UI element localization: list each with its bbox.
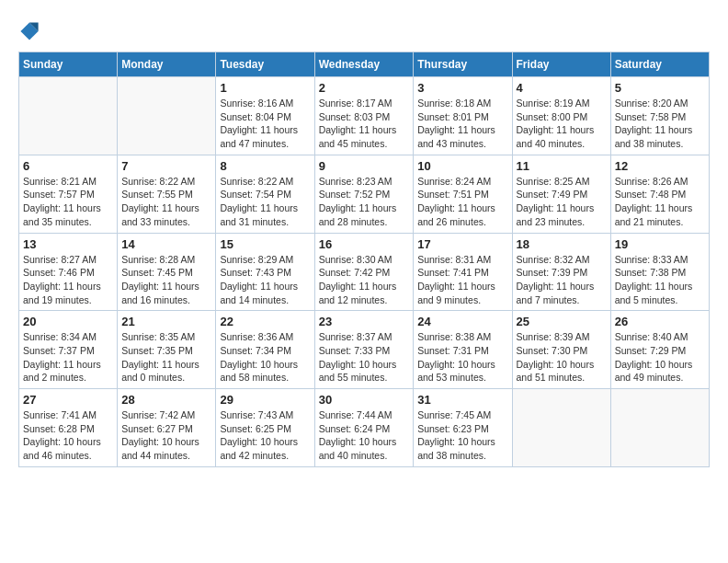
day-header-thursday: Thursday	[414, 52, 512, 77]
day-info: Sunrise: 8:21 AM Sunset: 7:57 PM Dayligh…	[23, 175, 113, 229]
day-info: Sunrise: 7:41 AM Sunset: 6:28 PM Dayligh…	[23, 408, 113, 463]
day-number: 3	[417, 81, 507, 95]
day-number: 10	[417, 159, 507, 173]
day-header-friday: Friday	[512, 52, 610, 77]
calendar-cell: 22Sunrise: 8:36 AM Sunset: 7:34 PM Dayli…	[216, 311, 314, 389]
day-number: 24	[417, 315, 507, 328]
calendar-cell: 23Sunrise: 8:37 AM Sunset: 7:33 PM Dayli…	[314, 311, 414, 389]
day-number: 6	[23, 159, 113, 173]
day-info: Sunrise: 8:29 AM Sunset: 7:43 PM Dayligh…	[220, 253, 310, 307]
day-number: 28	[121, 393, 211, 407]
day-header-tuesday: Tuesday	[216, 52, 314, 77]
day-info: Sunrise: 8:22 AM Sunset: 7:55 PM Dayligh…	[121, 175, 211, 229]
day-info: Sunrise: 7:43 AM Sunset: 6:25 PM Dayligh…	[220, 408, 310, 463]
day-info: Sunrise: 8:34 AM Sunset: 7:37 PM Dayligh…	[23, 330, 113, 385]
logo	[18, 18, 44, 42]
day-info: Sunrise: 8:32 AM Sunset: 7:39 PM Dayligh…	[517, 253, 607, 307]
day-info: Sunrise: 8:36 AM Sunset: 7:34 PM Dayligh…	[220, 330, 310, 385]
day-info: Sunrise: 8:26 AM Sunset: 7:48 PM Dayligh…	[615, 175, 705, 229]
day-info: Sunrise: 8:16 AM Sunset: 8:04 PM Dayligh…	[220, 97, 310, 151]
calendar-cell: 30Sunrise: 7:44 AM Sunset: 6:24 PM Dayli…	[314, 389, 414, 467]
day-number: 29	[220, 393, 310, 407]
calendar-cell: 8Sunrise: 8:22 AM Sunset: 7:54 PM Daylig…	[216, 155, 314, 233]
week-row-5: 27Sunrise: 7:41 AM Sunset: 6:28 PM Dayli…	[19, 389, 710, 467]
days-header-row: SundayMondayTuesdayWednesdayThursdayFrid…	[19, 52, 710, 77]
day-info: Sunrise: 8:30 AM Sunset: 7:42 PM Dayligh…	[319, 253, 410, 307]
day-info: Sunrise: 8:39 AM Sunset: 7:30 PM Dayligh…	[517, 330, 607, 385]
day-number: 12	[615, 159, 705, 173]
calendar-cell: 14Sunrise: 8:28 AM Sunset: 7:45 PM Dayli…	[118, 233, 216, 311]
day-header-wednesday: Wednesday	[314, 52, 414, 77]
day-info: Sunrise: 8:20 AM Sunset: 7:58 PM Dayligh…	[615, 97, 705, 151]
day-number: 15	[220, 237, 310, 251]
day-number: 8	[220, 159, 310, 173]
day-number: 7	[121, 159, 211, 173]
calendar-cell: 17Sunrise: 8:31 AM Sunset: 7:41 PM Dayli…	[414, 233, 512, 311]
day-number: 5	[615, 81, 705, 95]
page-header	[18, 18, 710, 42]
day-number: 26	[615, 315, 705, 328]
logo-icon	[18, 20, 40, 42]
calendar-cell: 6Sunrise: 8:21 AM Sunset: 7:57 PM Daylig…	[19, 155, 118, 233]
day-info: Sunrise: 8:24 AM Sunset: 7:51 PM Dayligh…	[417, 175, 507, 229]
day-header-monday: Monday	[118, 52, 216, 77]
day-info: Sunrise: 8:31 AM Sunset: 7:41 PM Dayligh…	[417, 253, 507, 307]
day-info: Sunrise: 7:45 AM Sunset: 6:23 PM Dayligh…	[417, 408, 507, 463]
day-number: 31	[417, 393, 507, 407]
calendar-cell: 28Sunrise: 7:42 AM Sunset: 6:27 PM Dayli…	[118, 389, 216, 467]
calendar-cell: 31Sunrise: 7:45 AM Sunset: 6:23 PM Dayli…	[414, 389, 512, 467]
day-info: Sunrise: 7:42 AM Sunset: 6:27 PM Dayligh…	[121, 408, 211, 463]
day-info: Sunrise: 8:35 AM Sunset: 7:35 PM Dayligh…	[121, 330, 211, 385]
day-info: Sunrise: 8:38 AM Sunset: 7:31 PM Dayligh…	[417, 330, 507, 385]
calendar-cell: 19Sunrise: 8:33 AM Sunset: 7:38 PM Dayli…	[610, 233, 709, 311]
calendar-cell: 25Sunrise: 8:39 AM Sunset: 7:30 PM Dayli…	[512, 311, 610, 389]
day-number: 4	[517, 81, 607, 95]
day-number: 30	[319, 393, 410, 407]
calendar-cell: 7Sunrise: 8:22 AM Sunset: 7:55 PM Daylig…	[118, 155, 216, 233]
calendar-cell: 24Sunrise: 8:38 AM Sunset: 7:31 PM Dayli…	[414, 311, 512, 389]
day-number: 20	[23, 315, 113, 328]
day-info: Sunrise: 8:28 AM Sunset: 7:45 PM Dayligh…	[121, 253, 211, 307]
week-row-4: 20Sunrise: 8:34 AM Sunset: 7:37 PM Dayli…	[19, 311, 710, 389]
day-info: Sunrise: 8:22 AM Sunset: 7:54 PM Dayligh…	[220, 175, 310, 229]
calendar-cell	[610, 389, 709, 467]
calendar-cell	[512, 389, 610, 467]
day-number: 25	[517, 315, 607, 328]
calendar-cell: 4Sunrise: 8:19 AM Sunset: 8:00 PM Daylig…	[512, 77, 610, 155]
day-header-saturday: Saturday	[610, 52, 709, 77]
day-number: 11	[517, 159, 607, 173]
day-info: Sunrise: 8:27 AM Sunset: 7:46 PM Dayligh…	[23, 253, 113, 307]
calendar-cell: 10Sunrise: 8:24 AM Sunset: 7:51 PM Dayli…	[414, 155, 512, 233]
calendar-cell	[19, 77, 118, 155]
week-row-3: 13Sunrise: 8:27 AM Sunset: 7:46 PM Dayli…	[19, 233, 710, 311]
day-info: Sunrise: 8:40 AM Sunset: 7:29 PM Dayligh…	[615, 330, 705, 385]
calendar-cell: 18Sunrise: 8:32 AM Sunset: 7:39 PM Dayli…	[512, 233, 610, 311]
day-info: Sunrise: 8:37 AM Sunset: 7:33 PM Dayligh…	[319, 330, 410, 385]
day-info: Sunrise: 8:23 AM Sunset: 7:52 PM Dayligh…	[319, 175, 410, 229]
calendar-table: SundayMondayTuesdayWednesdayThursdayFrid…	[18, 52, 710, 467]
week-row-1: 1Sunrise: 8:16 AM Sunset: 8:04 PM Daylig…	[19, 77, 710, 155]
day-info: Sunrise: 8:33 AM Sunset: 7:38 PM Dayligh…	[615, 253, 705, 307]
calendar-cell: 5Sunrise: 8:20 AM Sunset: 7:58 PM Daylig…	[610, 77, 709, 155]
calendar-cell: 15Sunrise: 8:29 AM Sunset: 7:43 PM Dayli…	[216, 233, 314, 311]
calendar-cell: 26Sunrise: 8:40 AM Sunset: 7:29 PM Dayli…	[610, 311, 709, 389]
week-row-2: 6Sunrise: 8:21 AM Sunset: 7:57 PM Daylig…	[19, 155, 710, 233]
day-number: 9	[319, 159, 410, 173]
day-info: Sunrise: 8:17 AM Sunset: 8:03 PM Dayligh…	[319, 97, 410, 151]
day-number: 23	[319, 315, 410, 328]
day-header-sunday: Sunday	[19, 52, 118, 77]
calendar-cell: 2Sunrise: 8:17 AM Sunset: 8:03 PM Daylig…	[314, 77, 414, 155]
day-number: 1	[220, 81, 310, 95]
day-number: 17	[417, 237, 507, 251]
day-info: Sunrise: 7:44 AM Sunset: 6:24 PM Dayligh…	[319, 408, 410, 463]
day-info: Sunrise: 8:19 AM Sunset: 8:00 PM Dayligh…	[517, 97, 607, 151]
day-number: 19	[615, 237, 705, 251]
day-number: 22	[220, 315, 310, 328]
calendar-cell: 21Sunrise: 8:35 AM Sunset: 7:35 PM Dayli…	[118, 311, 216, 389]
calendar-cell: 29Sunrise: 7:43 AM Sunset: 6:25 PM Dayli…	[216, 389, 314, 467]
day-info: Sunrise: 8:18 AM Sunset: 8:01 PM Dayligh…	[417, 97, 507, 151]
day-number: 27	[23, 393, 113, 407]
day-number: 13	[23, 237, 113, 251]
day-info: Sunrise: 8:25 AM Sunset: 7:49 PM Dayligh…	[517, 175, 607, 229]
calendar-cell: 16Sunrise: 8:30 AM Sunset: 7:42 PM Dayli…	[314, 233, 414, 311]
